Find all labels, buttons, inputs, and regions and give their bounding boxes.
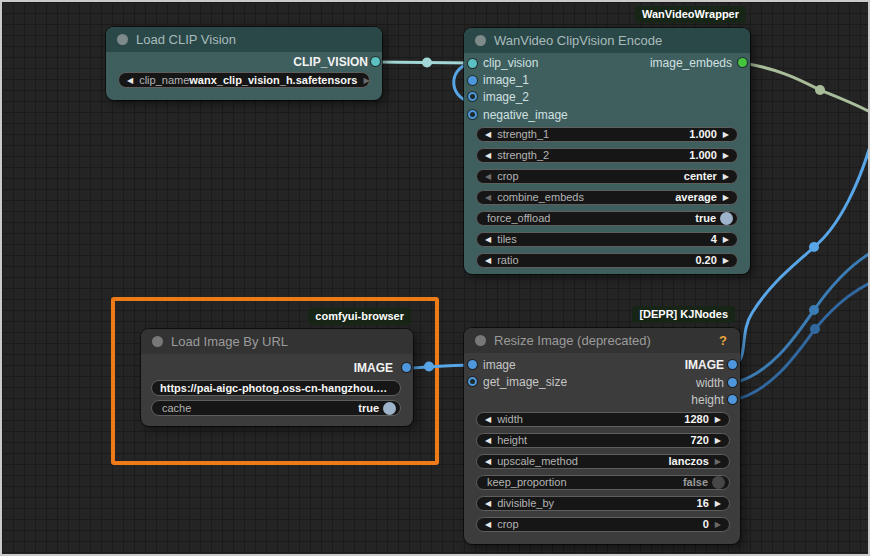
increment-arrow-icon[interactable]: ▶ bbox=[715, 496, 721, 511]
node-load-image-by-url[interactable]: Load Image By URL IMAGE https://pai-aigc… bbox=[141, 329, 413, 426]
widget-tiles[interactable]: ◀ tiles 4 ▶ bbox=[476, 232, 738, 247]
decrement-arrow-icon[interactable]: ◀ bbox=[485, 169, 491, 184]
increment-arrow-icon[interactable]: ▶ bbox=[723, 190, 729, 205]
increment-arrow-icon[interactable]: ▶ bbox=[723, 232, 729, 247]
widget-url[interactable]: https://pai-aigc-photog.oss-cn-hangzhou.… bbox=[151, 380, 401, 396]
toggle-icon[interactable] bbox=[720, 212, 733, 225]
widget-strength-1[interactable]: ◀ strength_1 1.000 ▶ bbox=[476, 127, 738, 142]
decrement-arrow-icon[interactable]: ◀ bbox=[485, 148, 491, 163]
widget-force-offload[interactable]: force_offload true bbox=[476, 211, 738, 226]
output-port-image-embeds[interactable] bbox=[738, 58, 747, 67]
toggle-icon[interactable] bbox=[383, 402, 396, 415]
toggle-icon[interactable] bbox=[712, 476, 725, 489]
widget-value: 1.000 bbox=[689, 148, 723, 163]
input-port-clip-vision[interactable] bbox=[468, 59, 477, 68]
node-title: Resize Image (deprecated) bbox=[494, 328, 651, 353]
node-title: WanVideo ClipVision Encode bbox=[494, 28, 662, 53]
output-port-image[interactable] bbox=[402, 363, 411, 372]
widget-width[interactable]: ◀ width 1280 ▶ bbox=[476, 412, 730, 427]
decrement-arrow-icon[interactable]: ◀ bbox=[127, 73, 133, 88]
input-port-image[interactable] bbox=[468, 360, 477, 369]
output-label-clip-vision: CLIP_VISION bbox=[293, 54, 368, 70]
widget-value: true bbox=[358, 401, 383, 416]
widget-label: keep_proportion bbox=[487, 475, 567, 490]
input-port-image-1[interactable] bbox=[468, 76, 477, 85]
node-header[interactable]: Load Image By URL bbox=[141, 329, 413, 354]
input-label-image-2: image_2 bbox=[483, 89, 529, 105]
help-icon[interactable]: ? bbox=[719, 328, 727, 353]
wire-dot-resize-height[interactable] bbox=[810, 324, 820, 334]
input-port-negative-image[interactable] bbox=[468, 110, 477, 119]
node-header[interactable]: Resize Image (deprecated) bbox=[464, 328, 740, 353]
node-load-clip-vision[interactable]: Load CLIP Vision CLIP_VISION ◀ clip_name… bbox=[106, 27, 382, 100]
decrement-arrow-icon[interactable]: ◀ bbox=[485, 454, 491, 469]
widget-value: 1.000 bbox=[689, 127, 723, 142]
output-port-clip-vision[interactable] bbox=[371, 57, 380, 66]
widget-label: divisible_by bbox=[497, 496, 554, 511]
widget-crop[interactable]: ◀ crop 0 ▶ bbox=[476, 517, 730, 532]
decrement-arrow-icon[interactable]: ◀ bbox=[485, 253, 491, 268]
increment-arrow-icon[interactable]: ▶ bbox=[363, 73, 369, 88]
widget-value: center bbox=[684, 169, 723, 184]
decrement-arrow-icon[interactable]: ◀ bbox=[485, 127, 491, 142]
decrement-arrow-icon[interactable]: ◀ bbox=[485, 517, 491, 532]
widget-label: tiles bbox=[497, 232, 517, 247]
input-port-get-image-size[interactable] bbox=[468, 377, 477, 386]
wire-dot-clip-vision[interactable] bbox=[422, 58, 432, 68]
decrement-arrow-icon[interactable]: ◀ bbox=[485, 190, 491, 205]
widget-label: width bbox=[497, 412, 523, 427]
widget-value: 720 bbox=[690, 433, 714, 448]
widget-value: 0.20 bbox=[695, 253, 722, 268]
widget-strength-2[interactable]: ◀ strength_2 1.000 ▶ bbox=[476, 148, 738, 163]
decrement-arrow-icon[interactable]: ◀ bbox=[485, 412, 491, 427]
output-port-height[interactable] bbox=[728, 395, 737, 404]
widget-height[interactable]: ◀ height 720 ▶ bbox=[476, 433, 730, 448]
node-header[interactable]: Load CLIP Vision bbox=[106, 27, 382, 52]
widget-upscale-method[interactable]: ◀ upscale_method lanczos ▶ bbox=[476, 454, 730, 469]
node-graph-canvas[interactable]: WanVideoWrapper comfyui-browser [DEPR] K… bbox=[0, 0, 870, 556]
widget-ratio[interactable]: ◀ ratio 0.20 ▶ bbox=[476, 253, 738, 268]
widget-combine-embeds[interactable]: ◀ combine_embeds average ▶ bbox=[476, 190, 738, 205]
increment-arrow-icon[interactable]: ▶ bbox=[723, 169, 729, 184]
input-label-image: image bbox=[483, 357, 516, 373]
widget-crop[interactable]: ◀ crop center ▶ bbox=[476, 169, 738, 184]
wire-dot-image-embeds[interactable] bbox=[815, 85, 825, 95]
decrement-arrow-icon[interactable]: ◀ bbox=[485, 496, 491, 511]
wire-resize-height-out bbox=[733, 281, 870, 400]
input-label-image-1: image_1 bbox=[483, 72, 529, 88]
input-port-image-2[interactable] bbox=[468, 92, 477, 101]
wire-dot-resize-image[interactable] bbox=[809, 242, 819, 252]
widget-keep-proportion[interactable]: keep_proportion false bbox=[476, 475, 730, 490]
node-resize-image-deprecated[interactable]: Resize Image (deprecated) ? image get_im… bbox=[464, 328, 740, 544]
widget-value: 16 bbox=[697, 496, 715, 511]
collapse-dot-icon[interactable] bbox=[475, 335, 486, 346]
output-port-width[interactable] bbox=[728, 378, 737, 387]
collapse-dot-icon[interactable] bbox=[475, 35, 486, 46]
widget-value: average bbox=[675, 190, 723, 205]
input-label-negative-image: negative_image bbox=[483, 107, 568, 123]
widget-clip-name[interactable]: ◀ clip_name wanx_clip_vision_h.safetenso… bbox=[118, 72, 370, 88]
widget-value: true bbox=[695, 211, 720, 226]
widget-cache[interactable]: cache true bbox=[151, 400, 401, 416]
increment-arrow-icon[interactable]: ▶ bbox=[715, 412, 721, 427]
increment-arrow-icon[interactable]: ▶ bbox=[723, 253, 729, 268]
widget-value: 1280 bbox=[684, 412, 714, 427]
output-port-image[interactable] bbox=[728, 360, 737, 369]
increment-arrow-icon[interactable]: ▶ bbox=[715, 517, 721, 532]
increment-arrow-icon[interactable]: ▶ bbox=[723, 127, 729, 142]
collapse-dot-icon[interactable] bbox=[152, 336, 163, 347]
wire-resize-image-out bbox=[733, 136, 870, 365]
widget-label: height bbox=[497, 433, 527, 448]
decrement-arrow-icon[interactable]: ◀ bbox=[485, 433, 491, 448]
increment-arrow-icon[interactable]: ▶ bbox=[715, 454, 721, 469]
increment-arrow-icon[interactable]: ▶ bbox=[723, 148, 729, 163]
decrement-arrow-icon[interactable]: ◀ bbox=[485, 232, 491, 247]
collapse-dot-icon[interactable] bbox=[117, 34, 128, 45]
wire-dot-resize-width[interactable] bbox=[809, 305, 819, 315]
node-wanvideo-clipvision-encode[interactable]: WanVideo ClipVision Encode clip_vision i… bbox=[464, 28, 750, 274]
node-badge-wanvideowrapper: WanVideoWrapper bbox=[635, 6, 746, 23]
increment-arrow-icon[interactable]: ▶ bbox=[715, 433, 721, 448]
node-header[interactable]: WanVideo ClipVision Encode bbox=[464, 28, 750, 53]
widget-label: crop bbox=[497, 517, 518, 532]
widget-divisible-by[interactable]: ◀ divisible_by 16 ▶ bbox=[476, 496, 730, 511]
